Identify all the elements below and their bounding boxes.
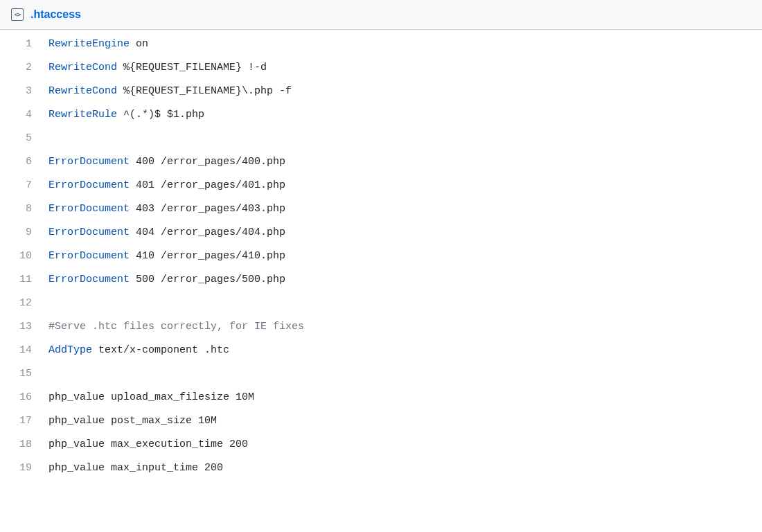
token-plain: php_value max_input_time 200 <box>48 462 223 474</box>
code-line[interactable]: 18php_value max_execution_time 200 <box>0 437 762 461</box>
code-line[interactable]: 7ErrorDocument 401 /error_pages/401.php <box>0 178 762 202</box>
code-line[interactable]: 17php_value post_max_size 10M <box>0 414 762 437</box>
token-keyword: RewriteEngine <box>48 38 130 50</box>
token-keyword: RewriteCond <box>48 85 117 97</box>
token-keyword: ErrorDocument <box>48 227 130 238</box>
token-plain: php_value max_execution_time 200 <box>48 438 248 450</box>
code-line[interactable]: 19php_value max_input_time 200 <box>0 461 762 484</box>
line-content[interactable]: RewriteCond %{REQUEST_FILENAME} !-d <box>48 60 762 76</box>
token-plain: 410 /error_pages/410.php <box>130 250 285 262</box>
code-line[interactable]: 16php_value upload_max_filesize 10M <box>0 390 762 414</box>
line-content[interactable]: RewriteCond %{REQUEST_FILENAME}\.php -f <box>48 84 762 99</box>
line-content[interactable]: php_value max_input_time 200 <box>48 461 762 476</box>
token-plain: php_value post_max_size 10M <box>48 415 217 427</box>
line-content[interactable]: ErrorDocument 404 /error_pages/404.php <box>48 225 762 240</box>
line-number[interactable]: 10 <box>0 249 48 264</box>
line-number[interactable]: 8 <box>0 202 48 217</box>
code-line[interactable]: 2RewriteCond %{REQUEST_FILENAME} !-d <box>0 60 762 84</box>
code-line[interactable]: 5 <box>0 131 762 154</box>
code-line[interactable]: 14AddType text/x-component .htc <box>0 343 762 366</box>
file-name[interactable]: .htaccess <box>30 8 81 21</box>
line-number[interactable]: 2 <box>0 60 48 76</box>
line-number[interactable]: 6 <box>0 154 48 170</box>
line-number[interactable]: 15 <box>0 366 48 382</box>
token-plain: 400 /error_pages/400.php <box>130 156 285 168</box>
token-plain: php_value upload_max_filesize 10M <box>48 391 254 403</box>
token-keyword: ErrorDocument <box>48 156 130 168</box>
line-content[interactable]: ErrorDocument 401 /error_pages/401.php <box>48 178 762 193</box>
token-keyword: ErrorDocument <box>48 179 130 191</box>
token-plain: 500 /error_pages/500.php <box>130 274 285 285</box>
code-line[interactable]: 3RewriteCond %{REQUEST_FILENAME}\.php -f <box>0 84 762 107</box>
line-number[interactable]: 3 <box>0 84 48 99</box>
line-number[interactable]: 5 <box>0 131 48 146</box>
token-plain: %{REQUEST_FILENAME}\.php -f <box>117 85 292 97</box>
code-line[interactable]: 4RewriteRule ^(.*)$ $1.php <box>0 107 762 131</box>
token-keyword: ErrorDocument <box>48 203 130 215</box>
line-content[interactable]: RewriteRule ^(.*)$ $1.php <box>48 107 762 123</box>
line-content[interactable]: AddType text/x-component .htc <box>48 343 762 358</box>
file-header: <> .htaccess <box>0 0 762 30</box>
token-plain: 404 /error_pages/404.php <box>130 227 285 238</box>
line-content[interactable]: #Serve .htc files correctly, for IE fixe… <box>48 319 762 335</box>
code-file-icon: <> <box>11 8 24 21</box>
token-keyword: RewriteRule <box>48 109 117 121</box>
line-number[interactable]: 11 <box>0 272 48 287</box>
line-content[interactable]: ErrorDocument 400 /error_pages/400.php <box>48 154 762 170</box>
token-keyword: ErrorDocument <box>48 250 130 262</box>
line-number[interactable]: 19 <box>0 461 48 476</box>
token-keyword: ErrorDocument <box>48 274 130 285</box>
token-plain: text/x-component .htc <box>92 344 229 356</box>
code-line[interactable]: 15 <box>0 366 762 390</box>
code-line[interactable]: 10ErrorDocument 410 /error_pages/410.php <box>0 249 762 272</box>
token-plain: on <box>130 38 148 50</box>
line-number[interactable]: 17 <box>0 414 48 429</box>
token-plain: 403 /error_pages/403.php <box>130 203 285 215</box>
code-line[interactable]: 9ErrorDocument 404 /error_pages/404.php <box>0 225 762 249</box>
code-line[interactable]: 13#Serve .htc files correctly, for IE fi… <box>0 319 762 343</box>
line-number[interactable]: 4 <box>0 107 48 123</box>
line-content[interactable]: ErrorDocument 410 /error_pages/410.php <box>48 249 762 264</box>
line-number[interactable]: 18 <box>0 437 48 452</box>
line-content[interactable]: php_value upload_max_filesize 10M <box>48 390 762 405</box>
line-number[interactable]: 12 <box>0 296 48 311</box>
line-number[interactable]: 1 <box>0 37 48 52</box>
token-comment: #Serve .htc files correctly, for IE fixe… <box>48 321 304 332</box>
code-line[interactable]: 12 <box>0 296 762 319</box>
line-content[interactable]: RewriteEngine on <box>48 37 762 52</box>
code-line[interactable]: 6ErrorDocument 400 /error_pages/400.php <box>0 154 762 178</box>
token-plain: 401 /error_pages/401.php <box>130 179 285 191</box>
line-number[interactable]: 14 <box>0 343 48 358</box>
line-content[interactable]: php_value max_execution_time 200 <box>48 437 762 452</box>
line-content[interactable]: ErrorDocument 403 /error_pages/403.php <box>48 202 762 217</box>
code-line[interactable]: 11ErrorDocument 500 /error_pages/500.php <box>0 272 762 296</box>
line-number[interactable]: 9 <box>0 225 48 240</box>
line-number[interactable]: 16 <box>0 390 48 405</box>
code-listing: 1RewriteEngine on2RewriteCond %{REQUEST_… <box>0 30 762 484</box>
line-number[interactable]: 7 <box>0 178 48 193</box>
line-number[interactable]: 13 <box>0 319 48 335</box>
code-line[interactable]: 1RewriteEngine on <box>0 37 762 60</box>
token-keyword: AddType <box>48 344 92 356</box>
line-content[interactable]: php_value post_max_size 10M <box>48 414 762 429</box>
token-plain: %{REQUEST_FILENAME} !-d <box>117 62 267 73</box>
code-line[interactable]: 8ErrorDocument 403 /error_pages/403.php <box>0 202 762 225</box>
line-content[interactable]: ErrorDocument 500 /error_pages/500.php <box>48 272 762 287</box>
token-keyword: RewriteCond <box>48 62 117 73</box>
token-plain: ^(.*)$ $1.php <box>117 109 204 121</box>
